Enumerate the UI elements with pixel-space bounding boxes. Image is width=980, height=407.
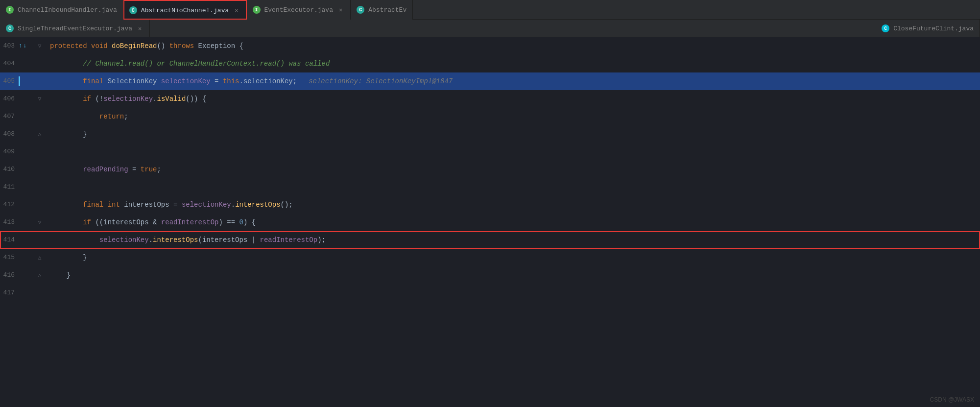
tab-close-event-executor[interactable]: ✕ [337,5,344,15]
tab-event-executor[interactable]: I EventExecutor.java ✕ [247,0,351,20]
arrow-down-icon: ↓ [23,43,26,49]
fold-404 [36,55,46,72]
code-content-406[interactable]: if (!selectionKey.isValid()) { [46,90,980,108]
code-line-413: 413 ▽ if ((interestOps & readInterestOp)… [0,214,980,231]
line-icons-411 [19,178,36,196]
code-line-406: 406 ▽ if (!selectionKey.isValid()) { [0,90,980,108]
fold-icon-413[interactable]: ▽ [36,214,43,231]
debug-cursor-405 [19,76,20,86]
tab-icon-abstract-nio: C [129,6,137,14]
code-content-410[interactable]: readPending = true; [46,161,980,178]
tab-icon-close-future: C [882,24,889,32]
code-line-416: 416 △ } [0,266,980,284]
code-line-407: 407 return; [0,108,980,125]
line-number-417: 417 [0,284,19,302]
fold-408: △ [36,125,46,143]
fold-411 [36,178,46,196]
line-number-407: 407 [0,108,19,125]
line-number-408: 408 [0,125,19,143]
tab-label-single-thread: SingleThreadEventExecutor.java [18,25,132,32]
tab-bar-bottom: C SingleThreadEventExecutor.java ✕ C Clo… [0,20,980,37]
line-icons-415 [19,249,36,266]
tab-icon-event-executor: I [253,6,261,14]
fold-icon-416[interactable]: △ [36,266,43,284]
line-icons-403: ↑ ↓ [19,37,36,55]
line-number-413: 413 [0,214,19,231]
line-number-412: 412 [0,196,19,214]
code-line-417: 417 [0,284,980,302]
fold-406: ▽ [36,90,46,108]
line-icons-410 [19,161,36,178]
code-line-415: 415 △ } [0,249,980,266]
tab-label-abstract-ev: AbstractEv [368,6,406,14]
tab-label-event-executor: EventExecutor.java [264,6,333,14]
fold-403: ▽ [36,37,46,55]
line-number-406: 406 [0,90,19,108]
fold-icon-406[interactable]: ▽ [36,90,43,108]
fold-417 [36,284,46,302]
fold-icon-403[interactable]: ▽ [36,37,43,55]
code-line-414: 414 selectionKey.interestOps(interestOps… [0,231,980,249]
code-content-403[interactable]: protected void doBeginRead() throws Exce… [46,37,980,55]
tab-label-close-future: CloseFutureClint.java [893,25,974,32]
tab-bar-top: I ChannelInboundHandler.java C AbstractN… [0,0,980,20]
code-content-404[interactable]: // Channel.read() or ChannelHandlerConte… [46,55,980,72]
code-content-416[interactable]: } [46,266,980,284]
code-content-409 [46,143,980,161]
fold-415: △ [36,249,46,266]
fold-414 [36,231,46,249]
arrow-up-icon: ↑ [19,43,22,49]
fold-icon-415[interactable]: △ [36,249,43,266]
tab-single-thread[interactable]: C SingleThreadEventExecutor.java ✕ [0,20,150,37]
fold-409 [36,143,46,161]
tab-abstract-nio[interactable]: C AbstractNioChannel.java ✕ [123,0,247,20]
fold-416: △ [36,266,46,284]
line-number-404: 404 [0,55,19,72]
line-icons-407 [19,108,36,125]
code-content-411 [46,178,980,196]
code-content-413[interactable]: if ((interestOps & readInterestOp) == 0)… [46,214,980,231]
code-line-403: 403 ↑ ↓ ▽ protected void doBeginRead() t… [0,37,980,55]
tab-label-channel-inbound: ChannelInboundHandler.java [18,6,117,14]
line-icons-408 [19,125,36,143]
line-icons-412 [19,196,36,214]
line-icons-406 [19,90,36,108]
code-line-408: 408 △ } [0,125,980,143]
fold-405 [36,72,46,90]
tab-channel-inbound[interactable]: I ChannelInboundHandler.java [0,0,123,20]
tab-icon-channel-inbound: I [6,6,14,14]
fold-410 [36,161,46,178]
line-icons-405 [19,72,36,90]
line-number-414: 414 [0,231,19,249]
tab-close-abstract-nio[interactable]: ✕ [233,6,240,15]
fold-413: ▽ [36,214,46,231]
line-number-410: 410 [0,161,19,178]
fold-icon-408[interactable]: △ [36,125,43,143]
code-line-411: 411 [0,178,980,196]
code-content-408[interactable]: } [46,125,980,143]
code-line-412: 412 final int interestOps = selectionKey… [0,196,980,214]
tab-close-future[interactable]: C CloseFutureClint.java [876,20,980,37]
line-number-409: 409 [0,143,19,161]
tab-label-abstract-nio: AbstractNioChannel.java [141,7,229,14]
code-content-407[interactable]: return; [46,108,980,125]
code-content-405[interactable]: final SelectionKey selectionKey = this.s… [46,72,980,90]
tab-abstract-ev[interactable]: C AbstractEv [351,0,413,20]
code-content-414[interactable]: selectionKey.interestOps(interestOps | r… [46,231,980,249]
line-number-403: 403 [0,37,19,55]
code-content-415[interactable]: } [46,249,980,266]
line-number-411: 411 [0,178,19,196]
code-line-410: 410 readPending = true; [0,161,980,178]
code-content-417 [46,284,980,302]
code-content-412[interactable]: final int interestOps = selectionKey.int… [46,196,980,214]
line-icons-416 [19,266,36,284]
tab-close-single-thread[interactable]: ✕ [136,24,143,33]
fold-407 [36,108,46,125]
line-number-415: 415 [0,249,19,266]
line-number-416: 416 [0,266,19,284]
fold-412 [36,196,46,214]
line-icons-413 [19,214,36,231]
code-line-404: 404 // Channel.read() or ChannelHandlerC… [0,55,980,72]
line-icons-414 [19,231,36,249]
code-editor: 403 ↑ ↓ ▽ protected void doBeginRead() t… [0,37,980,407]
